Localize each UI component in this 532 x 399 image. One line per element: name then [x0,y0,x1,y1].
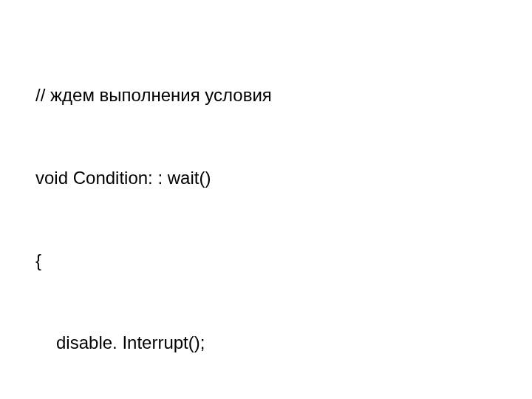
code-line-signature: void Condition: : wait() [35,164,532,191]
code-line-comment: // ждем выполнения условия [35,81,532,109]
code-line-open-brace: { [35,247,532,274]
code-snippet: // ждем выполнения условия void Conditio… [35,27,532,399]
code-line-disable-interrupt: disable. Interrupt(); [35,329,532,356]
